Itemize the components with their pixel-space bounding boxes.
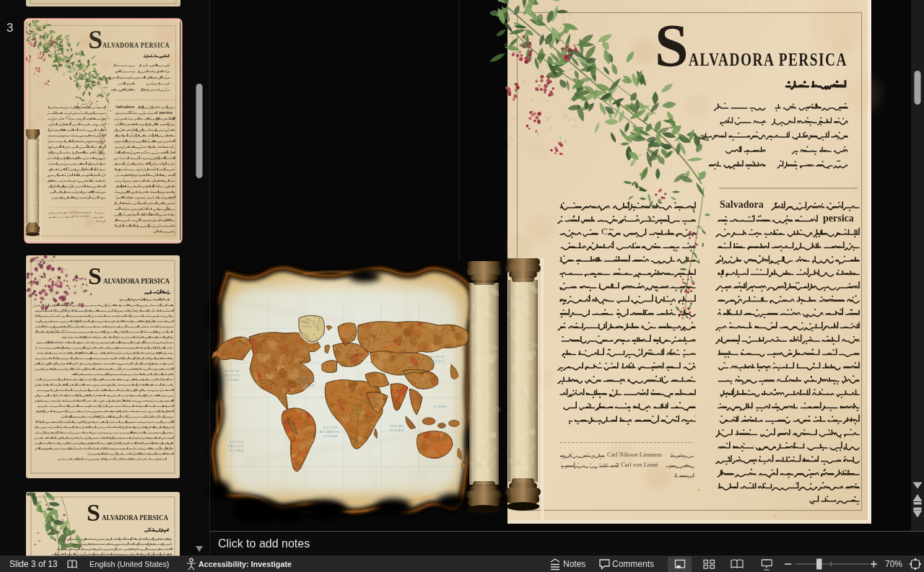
svg-text:persica: persica — [823, 213, 854, 224]
svg-text:Carl von Linné: Carl von Linné — [621, 461, 658, 468]
svg-text:Comments: Comments — [612, 559, 654, 569]
svg-text:ALVADORA PERSICA: ALVADORA PERSICA — [689, 49, 847, 70]
svg-text:C: C — [601, 226, 608, 237]
svg-text:PACIFIC: PACIFIC — [429, 359, 445, 363]
svg-text:English (United States): English (United States) — [90, 560, 169, 568]
svg-text:OCEAN: OCEAN — [433, 405, 448, 408]
svg-text:70%: 70% — [885, 559, 902, 569]
svg-text:OCEAN: OCEAN — [230, 449, 244, 452]
svg-text:Click to add notes: Click to add notes — [218, 537, 310, 550]
svg-text:ALVADORA PERSICA: ALVADORA PERSICA — [103, 276, 170, 285]
svg-text:OCEAN: OCEAN — [323, 434, 338, 438]
svg-text:3: 3 — [6, 21, 13, 35]
svg-text:OCEAN: OCEAN — [225, 378, 240, 382]
svg-text:NORTH: NORTH — [430, 355, 445, 358]
svg-text:NORTH: NORTH — [300, 375, 315, 379]
svg-text:Accessibility: Investigate: Accessibility: Investigate — [199, 560, 292, 568]
svg-text:S: S — [88, 263, 102, 289]
svg-text:SOUTH: SOUTH — [230, 440, 244, 444]
svg-text:PACIFIC: PACIFIC — [224, 374, 240, 377]
svg-text:ALVADORA PERSICA: ALVADORA PERSICA — [102, 513, 168, 522]
svg-text:OCEAN: OCEAN — [300, 384, 315, 387]
svg-text:ATLANTIC: ATLANTIC — [320, 430, 340, 434]
svg-text:Carl Nilsson Linnaeus: Carl Nilsson Linnaeus — [607, 451, 662, 458]
svg-text:S: S — [655, 12, 689, 79]
svg-text:PACIFIC: PACIFIC — [228, 444, 245, 448]
svg-text:INDIAN: INDIAN — [390, 424, 404, 428]
svg-text:S: S — [87, 499, 100, 526]
svg-text:SOUTH: SOUTH — [323, 426, 338, 429]
svg-text:Salvadora: Salvadora — [720, 199, 764, 210]
svg-text:NORTH: NORTH — [225, 369, 240, 373]
svg-text:Notes: Notes — [563, 559, 585, 569]
svg-text:Slide 3 of 13: Slide 3 of 13 — [9, 559, 58, 569]
svg-text:OCEAN: OCEAN — [390, 428, 404, 432]
svg-text:ATLANTIC: ATLANTIC — [296, 379, 316, 383]
